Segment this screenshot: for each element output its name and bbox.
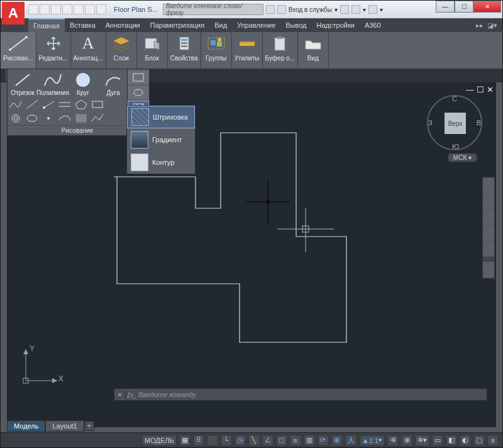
point-icon[interactable] (41, 113, 55, 124)
tool-arc[interactable]: Дуга (98, 69, 128, 98)
layout-tab-model[interactable]: Модель (7, 420, 45, 432)
menu-boundary[interactable]: Контур (127, 151, 195, 174)
nav-orbit-icon[interactable] (483, 225, 494, 240)
status-hardware-icon[interactable]: ◧ (446, 435, 457, 446)
panel-draw[interactable]: Рисован... (1, 32, 36, 69)
panel-view[interactable]: Вид (298, 32, 329, 69)
viewcube-east[interactable]: В (477, 119, 481, 126)
panel-annotation[interactable]: A Аннотац... (71, 32, 106, 69)
ray-icon[interactable] (41, 99, 55, 110)
nav-showmotion-icon[interactable] (483, 241, 494, 256)
status-otrack-icon[interactable]: ∠ (262, 435, 274, 446)
status-customize-icon[interactable]: ≡ (487, 435, 499, 446)
qat-plot-icon[interactable] (74, 4, 84, 14)
viewport-close-icon[interactable]: ✕ (487, 85, 494, 94)
ribbon-expand-icon[interactable]: ▸▸ (476, 21, 484, 30)
help-icon[interactable] (368, 5, 377, 14)
nav-wheel-icon[interactable] (483, 178, 494, 193)
tab-addins[interactable]: Надстройки (312, 18, 360, 32)
layout-tab-add-button[interactable]: + (84, 421, 94, 431)
panel-layers[interactable]: Слои (106, 32, 137, 69)
layout-tab-layout1[interactable]: Layout1 (45, 420, 84, 432)
tab-a360[interactable]: A360 (360, 18, 386, 32)
revcloud-icon[interactable] (58, 113, 72, 124)
multiline-icon[interactable] (58, 99, 72, 110)
signin-icon[interactable] (277, 5, 286, 14)
wcs-button[interactable]: МСК ▾ (448, 153, 477, 162)
panel-utilities[interactable]: Утилиты (232, 32, 263, 69)
viewcube[interactable]: Верх С Ю В З (427, 95, 482, 150)
status-isolate-icon[interactable]: ◐ (460, 435, 471, 446)
status-cycling-icon[interactable]: ⟳ (318, 435, 329, 446)
viewcube-north[interactable]: С (452, 95, 457, 103)
donut-icon[interactable] (25, 113, 39, 124)
signin-label[interactable]: Вход в службы (289, 6, 332, 13)
ribbon-dropdown-icon[interactable]: ◪▾ (487, 21, 497, 30)
status-annovis-icon[interactable]: ⊕ (401, 435, 412, 446)
help-dropdown-icon[interactable]: ▾ (363, 6, 366, 13)
viewport-minimize-icon[interactable]: — (466, 85, 474, 94)
exchange-icon[interactable] (340, 5, 349, 14)
status-cleanscreen-icon[interactable]: ▢ (473, 435, 485, 446)
status-monitor-icon[interactable]: ▭ (432, 435, 443, 446)
spline-icon[interactable] (9, 99, 23, 110)
tool-circle[interactable]: Круг (68, 69, 98, 98)
status-ortho-icon[interactable]: └ (221, 435, 232, 446)
panel-block[interactable]: Блок (137, 32, 168, 69)
status-dynamic-input-icon[interactable]: ⊕ (331, 435, 343, 446)
polygon-icon[interactable] (74, 99, 88, 110)
status-gear-icon[interactable]: ✲ (387, 435, 399, 446)
tool-polyline[interactable]: Полилиния (38, 69, 68, 98)
qat-open-icon[interactable] (40, 4, 50, 14)
status-lineweight-icon[interactable]: ≡ (290, 435, 301, 446)
tab-view[interactable]: Вид (209, 18, 232, 32)
viewport-maximize-icon[interactable]: ☐ (477, 85, 484, 94)
status-workspace-icon[interactable]: ✲▾ (415, 435, 429, 446)
tab-output[interactable]: Вывод (280, 18, 311, 32)
rectangle-icon[interactable] (91, 99, 104, 110)
status-snapmode-icon[interactable]: ⠿ (193, 435, 204, 446)
maximize-button[interactable]: ☐ (455, 1, 473, 13)
infocenter-icon[interactable] (266, 5, 275, 14)
status-qp-icon[interactable]: 人 (345, 435, 357, 446)
tab-insert[interactable]: Вставка (65, 18, 101, 32)
menu-hatch[interactable]: Штриховка (127, 106, 195, 128)
panel-clipboard[interactable]: Буфер о... (263, 32, 298, 69)
status-annoscale-button[interactable]: ▲ 1:1 ▾ (360, 435, 385, 446)
tab-annotate[interactable]: Аннотации (101, 18, 145, 32)
help-arrow-icon[interactable]: ▾ (380, 6, 383, 13)
app-logo[interactable]: A (2, 2, 25, 25)
helix-icon[interactable] (9, 113, 23, 124)
viewcube-face[interactable]: Верх (445, 113, 466, 134)
tool-line[interactable]: Отрезок (8, 69, 38, 98)
signin-dropdown-icon[interactable]: ▾ (334, 6, 338, 13)
ucs-icon[interactable]: Y X (19, 345, 64, 389)
menu-gradient[interactable]: Градиент (127, 128, 195, 151)
viewcube-west[interactable]: З (428, 119, 433, 126)
status-osnap-icon[interactable]: ◻ (276, 435, 287, 446)
qat-undo-icon[interactable] (85, 4, 95, 14)
viewcube-south[interactable]: Ю (452, 143, 459, 150)
nav-more-icon[interactable] (483, 262, 494, 277)
close-button[interactable]: ✕ (473, 1, 501, 13)
wipeout-icon[interactable] (74, 113, 88, 124)
minimize-button[interactable]: — (436, 1, 455, 13)
qat-save-icon[interactable] (51, 4, 61, 14)
qat-redo-icon[interactable] (96, 4, 106, 14)
status-model-button[interactable]: МОДЕЛЬ (142, 435, 177, 446)
cmdline-close-icon[interactable]: × (114, 391, 126, 398)
search-input[interactable]: Введите ключевое слово/фразу (163, 4, 263, 15)
tab-parametric[interactable]: Параметризация (145, 18, 209, 32)
apps-icon[interactable] (351, 5, 360, 14)
panel-modify[interactable]: Редакти... (36, 32, 71, 69)
nav-pan-icon[interactable] (483, 194, 494, 209)
command-line[interactable]: × ▷_ Введите команду (114, 388, 487, 401)
panel-groups[interactable]: Группы (201, 32, 232, 69)
3dpoly-icon[interactable] (91, 113, 104, 124)
nav-zoom-icon[interactable] (483, 210, 494, 225)
status-polar-icon[interactable]: ◷ (235, 435, 246, 446)
panel-properties[interactable]: Свойства (168, 32, 201, 69)
qat-new-icon[interactable] (28, 4, 38, 14)
tab-manage[interactable]: Управление (232, 18, 280, 32)
status-grid-icon[interactable]: ▦ (179, 435, 191, 446)
